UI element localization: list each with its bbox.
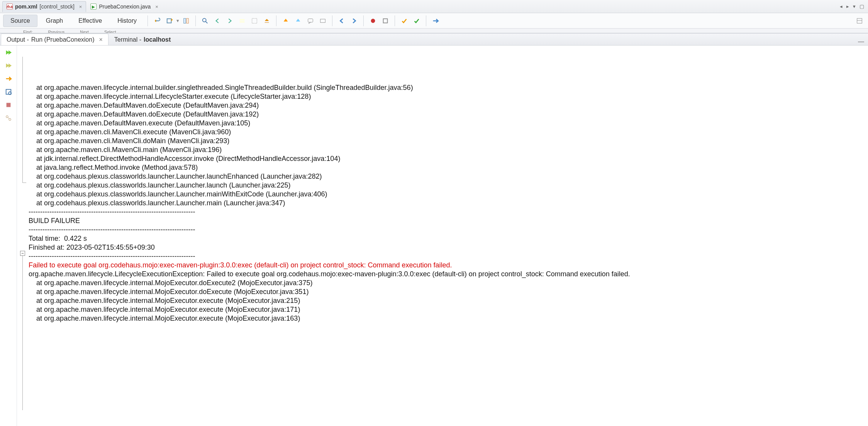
maven-file-icon: m̂a	[7, 3, 13, 10]
console-line: at org.apache.maven.DefaultMaven.execute…	[29, 119, 868, 128]
terminal-host: localhost	[144, 36, 171, 43]
console-line: at org.apache.maven.lifecycle.internal.M…	[29, 279, 868, 287]
toolbar-options-icon[interactable]	[854, 16, 865, 26]
go-back-icon[interactable]	[337, 16, 347, 26]
subtab-source[interactable]: Source	[3, 15, 37, 27]
find-next-label[interactable]: Next	[80, 30, 89, 33]
console-line: at org.codehaus.plexus.classworlds.launc…	[29, 190, 868, 199]
output-gutter	[0, 46, 17, 426]
next-match-icon[interactable]	[225, 16, 235, 26]
console-line: at org.apache.maven.lifecycle.internal.L…	[29, 92, 868, 101]
check-xml-icon[interactable]	[399, 16, 409, 26]
separator	[195, 15, 196, 26]
console-line: at jdk.internal.reflect.DirectMethodHand…	[29, 154, 868, 163]
java-file-icon: ▶	[90, 3, 97, 10]
history-back-icon[interactable]	[152, 16, 162, 26]
console-line: Total time: 0.422 s	[29, 234, 868, 243]
fold-guide-line	[22, 183, 26, 183]
attach-debugger-icon[interactable]	[3, 87, 14, 96]
console-line: at org.apache.maven.cli.MavenCli.execute…	[29, 128, 868, 137]
console-line: at org.codehaus.plexus.classworlds.launc…	[29, 181, 868, 190]
minimize-pane-icon[interactable]: —	[858, 38, 868, 45]
console-line: Finished at: 2023-05-02T15:45:55+09:30	[29, 243, 868, 252]
console-line: at org.apache.maven.lifecycle.internal.b…	[29, 83, 868, 92]
console-line: org.apache.maven.lifecycle.LifecycleExec…	[29, 270, 868, 279]
console-line: ----------------------------------------…	[29, 208, 868, 216]
console-line: Failed to execute goal org.codehaus.mojo…	[29, 261, 868, 270]
console-line: at org.apache.maven.cli.MavenCli.doMain …	[29, 137, 868, 145]
shift-line-icon[interactable]	[262, 16, 272, 26]
validate-xml-icon[interactable]	[412, 16, 422, 26]
close-icon[interactable]: ×	[79, 4, 82, 10]
output-tab-prefix: Output -	[7, 36, 29, 43]
close-icon[interactable]: ×	[155, 4, 158, 10]
toggle-rect-select-icon[interactable]	[249, 16, 259, 26]
scroll-tabs-left-icon[interactable]: ◂	[840, 3, 843, 9]
history-forward-icon[interactable]	[164, 16, 175, 26]
fold-toggle-icon[interactable]: −	[20, 251, 25, 256]
console-line: at org.apache.maven.DefaultMaven.doExecu…	[29, 110, 868, 119]
find-label: Find:	[23, 30, 32, 33]
output-body[interactable]: − at org.apache.maven.lifecycle.internal…	[17, 46, 868, 426]
dropdown-icon[interactable]: ▾	[176, 18, 179, 24]
editor-tab-suffix: [control_stock]	[40, 3, 75, 10]
settings-icon[interactable]	[3, 113, 14, 123]
output-tabs-row: Output - Run (PruebaConexion) × Terminal…	[0, 33, 868, 46]
go-forward-icon[interactable]	[349, 16, 359, 26]
console-line: at org.apache.maven.cli.MavenCli.main (M…	[29, 145, 868, 154]
rerun-icon[interactable]	[3, 48, 14, 57]
console-line: at org.apache.maven.lifecycle.internal.M…	[29, 296, 868, 305]
macro-record-icon[interactable]	[368, 16, 378, 26]
prev-match-icon[interactable]	[212, 16, 222, 26]
svg-point-3	[203, 18, 206, 22]
close-icon[interactable]: ×	[99, 36, 102, 43]
find-bar-partial: Find: Previous Next Select	[0, 29, 868, 33]
rerun-with-args-icon[interactable]	[3, 74, 14, 83]
svg-rect-2	[186, 18, 188, 23]
console-line: at org.apache.maven.lifecycle.internal.M…	[29, 305, 868, 314]
svg-rect-10	[383, 19, 388, 23]
console-line: at org.apache.maven.DefaultMaven.doExecu…	[29, 101, 868, 110]
fold-guide-line	[22, 256, 23, 410]
run-icon[interactable]	[3, 61, 14, 70]
editor-tab-pom-xml[interactable]: m̂a pom.xml [control_stock] ×	[2, 1, 86, 12]
toggle-highlight-icon[interactable]	[237, 16, 247, 26]
fold-gutter: −	[19, 57, 29, 426]
search-icon[interactable]	[200, 16, 210, 26]
console-line: at org.codehaus.plexus.classworlds.launc…	[29, 199, 868, 208]
svg-rect-5	[240, 21, 245, 22]
xsl-transform-icon[interactable]	[431, 16, 441, 26]
macro-stop-icon[interactable]	[380, 16, 390, 26]
svg-rect-0	[167, 19, 171, 23]
svg-rect-8	[320, 19, 326, 22]
separator	[147, 15, 148, 26]
editor-tabrow-right: ◂ ▸ ▾ ▢	[840, 3, 868, 9]
output-tab-terminal[interactable]: Terminal - localhost	[108, 34, 176, 45]
console-line: at org.apache.maven.lifecycle.internal.M…	[29, 287, 868, 296]
find-previous-label[interactable]: Previous	[48, 30, 64, 33]
subtab-history[interactable]: History	[110, 15, 144, 27]
separator	[332, 15, 332, 26]
shift-up-icon[interactable]	[281, 16, 291, 26]
editor-tabs-row: m̂a pom.xml [control_stock] × ▶ PruebaCo…	[0, 0, 868, 13]
svg-point-9	[371, 19, 375, 23]
svg-rect-11	[857, 18, 862, 23]
comment-icon[interactable]	[305, 16, 315, 26]
console-lines: at org.apache.maven.lifecycle.internal.b…	[29, 83, 868, 323]
stop-icon[interactable]	[3, 100, 14, 110]
diff-icon[interactable]	[181, 16, 191, 26]
editor-tab-filename: PruebaConexion.java	[99, 3, 151, 10]
tabs-dropdown-icon[interactable]: ▾	[853, 3, 856, 9]
console-line: at org.apache.maven.lifecycle.internal.M…	[29, 314, 868, 323]
subtab-effective[interactable]: Effective	[71, 15, 109, 27]
shift-down-icon[interactable]	[293, 16, 303, 26]
uncomment-icon[interactable]	[318, 16, 328, 26]
editor-tab-pruebaconexion[interactable]: ▶ PruebaConexion.java ×	[86, 1, 162, 12]
scroll-tabs-right-icon[interactable]: ▸	[846, 3, 849, 9]
maximize-pane-icon[interactable]: ▢	[860, 3, 864, 9]
output-tab-run[interactable]: Output - Run (PruebaConexion) ×	[1, 34, 108, 45]
find-select-label[interactable]: Select	[104, 30, 116, 33]
editor-tab-filename: pom.xml	[15, 3, 37, 10]
subtab-graph[interactable]: Graph	[39, 15, 70, 27]
separator	[426, 15, 426, 26]
